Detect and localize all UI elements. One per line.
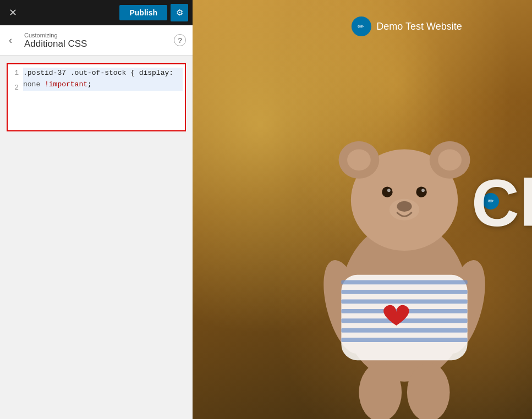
section-header: ‹ Customizing Additional CSS ? (0, 25, 193, 56)
top-bar: ✕ Publish ⚙ (0, 0, 193, 25)
settings-button[interactable]: ⚙ (171, 4, 188, 21)
customizing-label: Customizing (24, 32, 185, 38)
site-title-overlay: ✏ Demo Test Website (351, 16, 462, 36)
back-icon: ‹ (9, 35, 12, 46)
svg-point-3 (347, 149, 371, 170)
svg-point-8 (387, 189, 390, 192)
teddy-svg (300, 45, 509, 419)
site-title-edit-icon[interactable]: ✏ (351, 16, 371, 36)
line-number-2: 2 (10, 82, 19, 94)
svg-point-6 (382, 186, 392, 197)
code-editor[interactable]: 1 2 .postid-37 .out-of-stock { display: … (8, 64, 185, 130)
svg-rect-18 (341, 290, 467, 294)
teddy-image (300, 45, 509, 419)
svg-point-15 (407, 363, 449, 419)
svg-point-14 (359, 363, 402, 419)
svg-rect-23 (341, 338, 467, 342)
svg-point-9 (421, 189, 425, 192)
svg-point-11 (389, 199, 419, 220)
close-button[interactable]: ✕ (4, 4, 21, 21)
help-button[interactable]: ? (174, 34, 186, 46)
svg-rect-19 (341, 299, 467, 304)
question-icon: ? (178, 36, 182, 45)
code-line-1: .postid-37 .out-of-stock { display: (23, 68, 183, 79)
preview-area: ✏ Demo Test Website ✏ Cl (193, 0, 532, 419)
svg-rect-22 (341, 328, 467, 333)
line-number-1: 1 (10, 68, 19, 79)
close-icon: ✕ (9, 7, 17, 19)
svg-rect-17 (341, 280, 467, 284)
css-code-input[interactable]: .postid-37 .out-of-stock { display: none… (21, 64, 185, 130)
code-line-2: none !important; (23, 79, 183, 91)
left-panel: ✕ Publish ⚙ ‹ Customizing Additional CSS… (0, 0, 193, 419)
site-title: Demo Test Website (376, 21, 462, 32)
svg-point-5 (438, 149, 462, 170)
back-button[interactable]: ‹ (6, 32, 15, 48)
section-title: Additional CSS (24, 38, 87, 49)
publish-button[interactable]: Publish (119, 5, 167, 20)
pencil-icon: ✏ (358, 22, 364, 31)
svg-point-7 (416, 186, 426, 197)
line-numbers-column: 1 2 (8, 64, 21, 130)
gear-icon: ⚙ (176, 8, 183, 18)
css-editor-area: 1 2 .postid-37 .out-of-stock { display: … (7, 63, 186, 131)
